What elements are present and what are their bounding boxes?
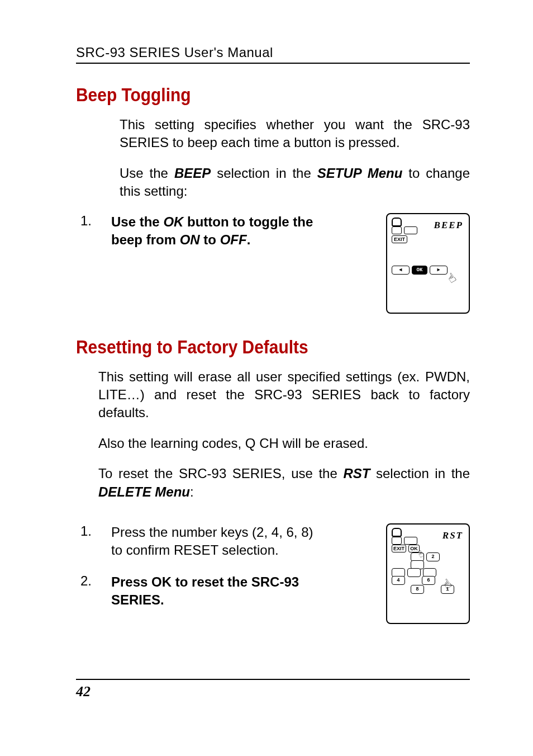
paragraph: This setting specifies whether you want … (120, 116, 470, 152)
section-title-beep-toggling: Beep Toggling (76, 84, 422, 106)
lcd-title: BEEP (434, 220, 463, 231)
lcd-key-8: 8 (411, 585, 424, 594)
lcd-left-key: ◄ (392, 266, 410, 275)
text-bold: RST (343, 466, 370, 481)
lcd-ok-key: OK (412, 266, 427, 275)
text: Use the (111, 214, 163, 229)
text-italic: OFF (220, 232, 247, 247)
paragraph: Use the BEEP selection in the SETUP Menu… (120, 164, 470, 201)
lcd-blank-key (392, 537, 402, 545)
paragraph: This setting will erase all user specifi… (98, 368, 470, 422)
lcd-right-key: ► (430, 266, 448, 275)
paragraph: Also the learning codes, Q CH will be er… (98, 434, 470, 452)
lcd-exit-key: EXIT (392, 545, 406, 552)
page-header: SRC-93 SERIES User's Manual (76, 45, 470, 64)
step: 1. Press the number keys (2, 4, 6, 8) to… (76, 523, 373, 560)
page-footer: 42 (76, 679, 470, 700)
signal-icon (392, 528, 402, 537)
figure-column: BEEP EXIT ◄ OK ► ☝ (386, 213, 470, 314)
step-number: 1. (76, 213, 111, 229)
text-bold: SETUP Menu (317, 166, 403, 181)
lcd-illustration-beep: BEEP EXIT ◄ OK ► ☝ (386, 213, 470, 314)
section-title-resetting: Resetting to Factory Defaults (76, 336, 422, 358)
step-text: Press the number keys (2, 4, 6, 8) to co… (111, 523, 318, 560)
steps-column: 1. Use the OK button to toggle the beep … (76, 213, 373, 263)
step: 2. Press OK to reset the SRC-93 SERIES. (76, 573, 373, 609)
hand-pointer-icon: ☝ (445, 266, 465, 286)
step-with-figure: 1. Press the number keys (2, 4, 6, 8) to… (76, 523, 470, 624)
lcd-key-6: 6 (422, 576, 435, 585)
text: : (190, 484, 194, 499)
lcd-illustration-rst: RST EXIT OK 2 (386, 523, 470, 624)
step-text: Press OK to reset the SRC-93 SERIES. (111, 573, 318, 609)
lcd-title: RST (442, 530, 463, 541)
steps-column: 1. Press the number keys (2, 4, 6, 8) to… (76, 523, 373, 623)
manual-page: SRC-93 SERIES User's Manual Beep Togglin… (0, 0, 533, 756)
text: to (200, 232, 220, 247)
lcd-key-4: 4 (392, 576, 405, 585)
lcd-blank-key (392, 226, 402, 234)
step: 1. Use the OK button to toggle the beep … (76, 213, 373, 249)
text: To reset the SRC-93 SERIES, use the (98, 466, 343, 481)
signal-icon (392, 218, 402, 226)
text-bold: BEEP (174, 166, 211, 181)
lcd-key-2: 2 (426, 552, 440, 561)
text: Use the (120, 166, 174, 181)
text: selection in the (370, 466, 470, 481)
text: . (247, 232, 251, 247)
text-italic: ON (180, 232, 200, 247)
lcd-blank-key (404, 537, 417, 545)
lcd-ok-key: OK (408, 545, 420, 552)
step-with-figure: 1. Use the OK button to toggle the beep … (76, 213, 470, 314)
step-text: Use the OK button to toggle the beep fro… (111, 213, 318, 249)
text: selection in the (211, 166, 317, 181)
paragraph: To reset the SRC-93 SERIES, use the RST … (98, 465, 470, 501)
step-number: 1. (76, 523, 111, 539)
lcd-exit-key: EXIT (392, 235, 407, 243)
lcd-blank-key (404, 226, 417, 234)
step-number: 2. (76, 573, 111, 589)
lcd-key-1: 1 (441, 585, 454, 594)
page-number: 42 (76, 683, 91, 700)
text-italic: OK (163, 214, 183, 229)
text-bold: DELETE Menu (98, 484, 190, 499)
figure-column: RST EXIT OK 2 (386, 523, 470, 624)
